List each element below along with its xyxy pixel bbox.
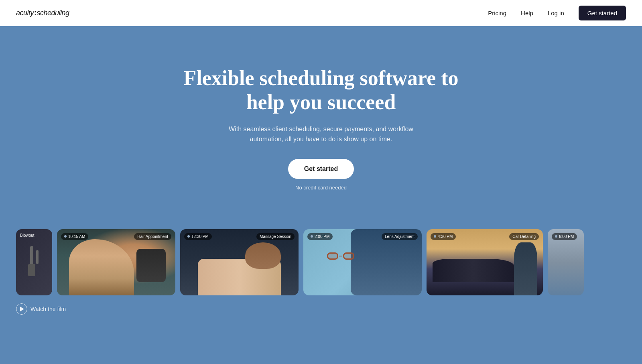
nav-pricing[interactable]: Pricing: [488, 10, 506, 16]
watch-film-label: Watch the film: [30, 306, 66, 312]
thumbnail-car-detailing[interactable]: 4:30 PM Car Detailing: [427, 229, 543, 295]
logo-acuity: acuity: [16, 9, 34, 17]
hero-subtitle: With seamless client scheduling, secure …: [221, 124, 421, 144]
navbar-nav: Pricing Help Log in Get started: [488, 6, 626, 20]
hero-section: Flexible scheduling software to help you…: [0, 26, 642, 364]
sixth-time-label: 6:00 PM: [552, 233, 577, 240]
hair-time-label: 10:15 AM: [61, 233, 88, 240]
blowout-label: Blowout: [20, 233, 35, 238]
massage-time-label: 12:30 PM: [184, 233, 212, 240]
nav-get-started-button[interactable]: Get started: [579, 6, 626, 20]
hair-type-label: Hair Appointment: [134, 233, 171, 240]
play-icon: [16, 303, 27, 315]
svg-rect-2: [36, 250, 39, 264]
thumbnail-massage-session[interactable]: 12:30 PM Massage Session: [180, 229, 299, 295]
massage-type-label: Massage Session: [256, 233, 295, 240]
svg-rect-1: [28, 264, 35, 276]
no-credit-card-text: No credit card needed: [183, 185, 458, 191]
car-time-label: 4:30 PM: [431, 233, 456, 240]
brand-logo[interactable]: acuity:scheduling: [16, 9, 69, 17]
hero-title: Flexible scheduling software to help you…: [183, 66, 458, 114]
logo-scheduling: scheduling: [37, 9, 69, 17]
thumbnail-lens-adjustment[interactable]: 2:00 PM Lens Adjustment: [303, 229, 422, 295]
play-triangle: [20, 307, 24, 311]
lens-type-label: Lens Adjustment: [382, 233, 418, 240]
lens-time-label: 2:00 PM: [307, 233, 333, 240]
thumbnails-row: Blowout 10:15 AM Hair Appointment 12:30 …: [16, 229, 626, 295]
thumbnail-blowout[interactable]: Blowout: [16, 229, 52, 295]
watch-film-button[interactable]: Watch the film: [16, 303, 66, 315]
car-type-label: Car Detailing: [509, 233, 539, 240]
hero-content: Flexible scheduling software to help you…: [183, 66, 458, 191]
thumbnail-hair-appointment[interactable]: 10:15 AM Hair Appointment: [57, 229, 175, 295]
logo-colon: :: [34, 9, 37, 17]
navbar: acuity:scheduling Pricing Help Log in Ge…: [0, 0, 642, 26]
nav-help[interactable]: Help: [521, 10, 533, 16]
svg-rect-0: [30, 246, 33, 266]
thumbnails-container: Blowout 10:15 AM Hair Appointment 12:30 …: [16, 210, 626, 315]
thumbnail-sixth[interactable]: 6:00 PM: [548, 229, 584, 295]
nav-login[interactable]: Log in: [548, 10, 564, 16]
glasses-shape: [327, 252, 354, 260]
hero-get-started-button[interactable]: Get started: [288, 159, 354, 179]
